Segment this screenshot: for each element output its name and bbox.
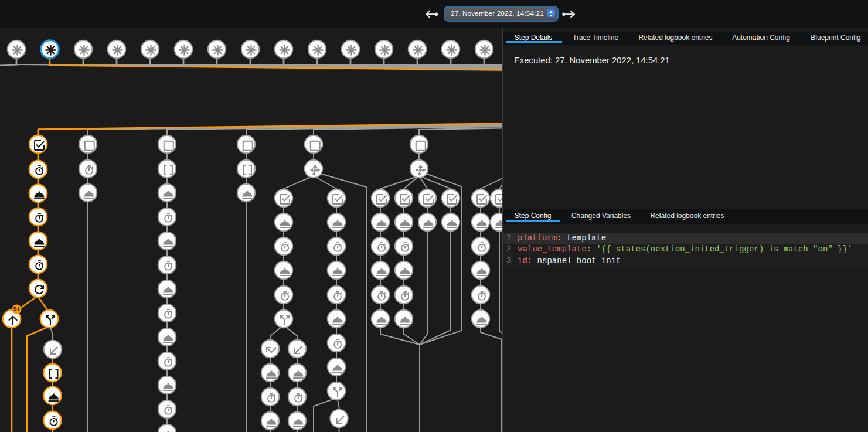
svg-text:9+: 9+ [13, 306, 21, 312]
